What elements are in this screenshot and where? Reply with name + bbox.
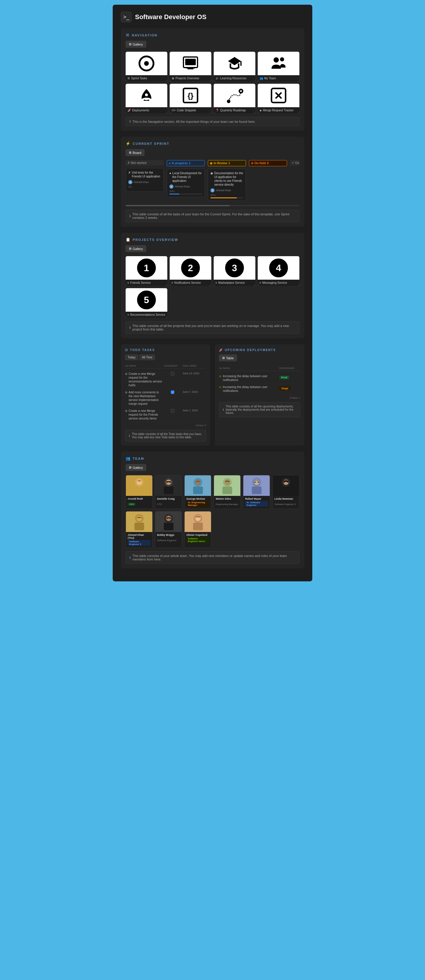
todo-deploy-row: ☑ TODO TASKS Today All Time Aa Name Comp…	[121, 344, 304, 445]
column-in-progress: ● In progress 1 ● Local Development for …	[167, 160, 205, 203]
project-recommendations[interactable]: 5 ≡Recommendations Service	[125, 288, 167, 318]
task-name: ⊘ Add more comments to the new Marketpla…	[125, 390, 163, 406]
projects-header: 📋 PROJECTS OVERVIEW	[125, 237, 300, 242]
svg-point-9	[145, 94, 148, 96]
info-icon: ℹ	[129, 556, 131, 560]
svg-rect-32	[252, 487, 262, 494]
card-local-dev[interactable]: ● Local Development for the Friends UI a…	[167, 169, 205, 197]
project-1-icon: 1	[125, 256, 167, 280]
todo-icon: ☑	[125, 348, 128, 352]
project-friends[interactable]: 1 ≡Friends Service	[125, 256, 167, 286]
team-member-george[interactable]: George McGee Sr. Engineering Manager	[184, 475, 211, 509]
projects-title: PROJECTS OVERVIEW	[133, 238, 178, 242]
progress-fill	[211, 197, 237, 198]
navigation-gallery: ⚙Sprint Tasks 🖥Projects Overview 🎓Learni…	[125, 52, 300, 113]
navigation-icon: ⌘	[125, 33, 129, 37]
merge-label: ◈Merge Request Tracker	[258, 107, 300, 113]
svg-point-14	[227, 100, 230, 103]
scrollbar[interactable]	[125, 205, 300, 206]
todo-info: ℹ This table consists of all the Todo ta…	[125, 430, 206, 442]
deployments-section: 🚀 UPCOMING DEPLOYMENTS ⊞ Table Aa Name E…	[215, 344, 304, 445]
nav-code-snippets[interactable]: {} </>Code Snippets	[170, 84, 211, 113]
projects-row2: 5 ≡Recommendations Service	[125, 288, 300, 318]
card-user: A Ahmed Khan	[170, 185, 202, 189]
todo-row: ⊘ Create a new Merge request for the Fri…	[125, 407, 206, 422]
team-member-rafael[interactable]: Rafael Mayer Sr. Software Engineer	[243, 475, 270, 509]
table-icon: ⊞	[222, 356, 225, 360]
in-review-header: ◉ In Review 1	[208, 160, 246, 166]
checkbox-unchecked[interactable]	[171, 409, 174, 412]
svg-point-8	[280, 57, 284, 61]
deployments-label: 🚀Deployments	[125, 107, 167, 113]
team-member-danielle[interactable]: Danielle Craig CTO	[155, 475, 182, 509]
team-row-1: Arnold Roth CEO Daniell	[125, 475, 300, 509]
grid-icon: ⊞	[129, 247, 132, 251]
projects-gallery-tab[interactable]: ⊞ Gallery	[125, 245, 146, 252]
svg-point-1	[144, 61, 149, 66]
column-in-review: ◉ In Review 1 ◉ Documentation for the UI…	[208, 160, 246, 203]
team-gallery-tab[interactable]: ⊞ Gallery	[125, 464, 146, 471]
task-checkbox[interactable]	[164, 409, 181, 412]
project-messaging[interactable]: 4 ≡Messaging Service	[258, 256, 300, 286]
ahmed-name: Ahmed Khan (You)	[128, 533, 151, 539]
svg-point-23	[166, 482, 168, 483]
deployments-title: 🚀 UPCOMING DEPLOYMENTS	[219, 348, 300, 352]
all-time-tab[interactable]: All Time	[140, 355, 155, 360]
team-member-melvin[interactable]: Melvin Giles Engineering Manager	[214, 475, 241, 509]
project-notifications[interactable]: 2 ≡Notifications Service	[170, 256, 211, 286]
bobby-info: Bobby Briggs Software Engineer	[155, 532, 182, 544]
number-2: 2	[181, 259, 200, 277]
svg-rect-49	[193, 523, 203, 530]
nav-quarterly-roadmap[interactable]: 📍Quarterly Roadmap	[214, 84, 255, 113]
bobby-name: Bobby Briggs	[157, 533, 180, 536]
linda-role: Software Engineer 3	[274, 503, 296, 506]
nav-sprint-tasks[interactable]: ⚙Sprint Tasks	[125, 52, 167, 81]
today-tab[interactable]: Today	[125, 355, 138, 360]
task-date: June 7, 2023	[182, 390, 206, 393]
nav-deployments[interactable]: 🚀Deployments	[125, 84, 167, 113]
progress-fill	[170, 194, 179, 194]
svg-rect-43	[164, 523, 173, 530]
project-4-icon: 4	[258, 256, 300, 280]
deployments-icon	[125, 84, 167, 107]
projects-section: 📋 PROJECTS OVERVIEW ⊞ Gallery 1 ≡Friends…	[121, 233, 304, 339]
board-container: ✗ Not started ✗ Unit tests for the Frien…	[125, 160, 300, 206]
george-role: Sr. Engineering Manager	[186, 501, 209, 507]
terminal-icon: >_	[121, 12, 132, 22]
deploy-warn-icon: ⚠	[219, 374, 222, 382]
task-checkbox[interactable]	[164, 372, 181, 375]
projects-grid: 1 ≡Friends Service 2 ≡Notifications Serv…	[125, 256, 300, 286]
project-1-label: ≡Friends Service	[125, 280, 167, 286]
checkbox-checked[interactable]: ✓	[171, 390, 174, 394]
nav-merge-request[interactable]: ◈Merge Request Tracker	[258, 84, 300, 113]
board-tab[interactable]: ⊞ Board	[125, 149, 144, 156]
team-header: 👥 TEAM	[125, 456, 300, 461]
code-icon: {}	[170, 84, 211, 107]
svg-point-35	[257, 482, 259, 483]
table-tab[interactable]: ⊞ Table	[219, 355, 237, 361]
nav-my-team[interactable]: 👥My Team	[258, 52, 300, 81]
nav-projects-overview[interactable]: 🖥Projects Overview	[170, 52, 211, 81]
card-unit-tests[interactable]: ✗ Unit tests for the Friends UI applicat…	[125, 168, 164, 192]
svg-rect-17	[135, 487, 144, 494]
card-documentation[interactable]: ◉ Documentation for the UI application f…	[208, 169, 246, 201]
task-checkbox[interactable]: ✓	[164, 390, 181, 394]
svg-rect-47	[167, 517, 171, 518]
team-member-bobby[interactable]: Bobby Briggs Software Engineer	[155, 511, 182, 548]
sprint-tasks-icon	[125, 52, 167, 75]
team-member-arnold[interactable]: Arnold Roth CEO	[125, 475, 152, 509]
deploy-env: Prod	[279, 374, 300, 380]
nav-learning-resources[interactable]: 🎓Learning Resources	[214, 52, 255, 81]
projects-info: ℹ This table consists of all the project…	[125, 321, 300, 334]
project-marketplace[interactable]: 3 ≡Marketplace Service	[214, 256, 255, 286]
svg-rect-29	[222, 487, 232, 494]
team-member-olivier[interactable]: Olivier Copeland Software Engineer Inter…	[184, 511, 211, 548]
sprint-title: CURRENT SPRINT	[133, 142, 170, 145]
team-member-ahmed[interactable]: Ahmed Khan (You) Software Engineer 2	[125, 511, 152, 548]
checkbox-unchecked[interactable]	[171, 372, 174, 375]
george-name: George McGee	[186, 497, 209, 500]
svg-rect-5	[186, 68, 195, 68]
gallery-tab[interactable]: ⊞ Gallery	[125, 41, 146, 48]
arnold-name: Arnold Roth	[128, 497, 151, 500]
team-member-linda[interactable]: Linda Newman Software Engineer 3	[273, 475, 300, 509]
